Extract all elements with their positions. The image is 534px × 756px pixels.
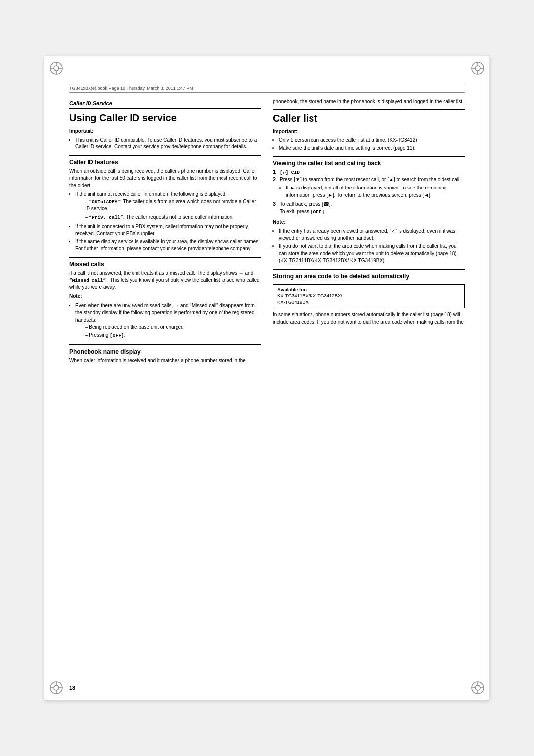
svg-point-1 — [54, 66, 59, 71]
step3-content: To call back, press [☎]. To exit, press … — [280, 201, 465, 215]
bullet3: If the name display service is available… — [75, 238, 261, 253]
important-list-right: Only 1 person can access the caller list… — [279, 137, 465, 153]
svg-point-19 — [475, 685, 480, 690]
missed-calls-heading: Missed calls — [69, 261, 261, 268]
step2-content: Press [▼] to search from the most recent… — [280, 176, 465, 201]
important-label-left: Important: — [69, 128, 261, 135]
dash1: “OUTofAREA”: The caller dials from an ar… — [85, 198, 261, 213]
caller-id-features-heading: Caller ID features — [69, 159, 261, 166]
caller-id-bullets: If the unit cannot receive caller inform… — [75, 191, 261, 254]
missed-calls-body: If a call is not answered, the unit trea… — [69, 270, 261, 291]
phonebook-body: When caller information is received and … — [69, 357, 261, 365]
important-right-item1: Only 1 person can access the caller list… — [279, 137, 465, 144]
caller-id-features-body: When an outside call is being received, … — [69, 168, 261, 189]
storing-body: In some situations, phone numbers stored… — [273, 311, 465, 326]
step3-num: 3 — [273, 201, 280, 215]
header-text: TG341xBX(e).book Page 18 Thursday, March… — [69, 85, 193, 92]
important-right-item2: Make sure the unit's date and time setti… — [279, 145, 465, 152]
note-bullets-right: If the entry has already been viewed or … — [279, 228, 465, 266]
step2-row: 2 Press [▼] to search from the most rece… — [273, 176, 465, 201]
content-area: Caller ID Service Using Caller ID servic… — [69, 98, 465, 670]
note-dash2: Pressing [OFF]. — [85, 332, 261, 339]
step1-row: 1 [↵] CID — [273, 169, 465, 176]
dash-list: “OUTofAREA”: The caller dials from an ar… — [85, 198, 261, 221]
corner-bl — [49, 681, 63, 695]
step2-bullet1: If ► is displayed, not all of the inform… — [286, 185, 465, 199]
note-bullets-missed: Even when there are unviewed missed call… — [75, 302, 261, 341]
svg-point-13 — [54, 685, 59, 690]
phonebook-heading: Phonebook name display — [69, 348, 261, 355]
note-label-right: Note: — [273, 219, 465, 226]
dash2: “Priv. call”: The caller requests not to… — [85, 214, 261, 221]
step1-content: [↵] CID — [280, 169, 465, 176]
bullet2: If the unit is connected to a PBX system… — [75, 223, 261, 237]
step1-num: 1 — [273, 169, 280, 176]
viewing-heading: Viewing the caller list and calling back — [273, 160, 465, 167]
note-right-item2: If you do not want to dial the area code… — [279, 243, 465, 265]
note-right-item1: If the entry has already been viewed or … — [279, 228, 465, 242]
note-dash1: Being replaced on the base unit or charg… — [85, 324, 261, 331]
caller-list-heading: Caller list — [273, 113, 465, 124]
main-heading: Using Caller ID service — [69, 112, 261, 124]
bullet1: If the unit cannot receive caller inform… — [75, 191, 261, 221]
available-box: Available for: KX-TG3411BX/KX-TG3412BX/ … — [273, 284, 465, 309]
corner-br — [471, 681, 485, 695]
header-bar: TG341xBX(e).book Page 18 Thursday, March… — [69, 84, 465, 93]
steps-table: 1 [↵] CID 2 Press [▼] to search from the… — [273, 169, 465, 216]
storing-heading: Storing an area code to be deleted autom… — [273, 273, 465, 280]
important-label-right: Important: — [273, 128, 465, 136]
right-column: phonebook, the stored name in the phoneb… — [273, 98, 465, 670]
step3-row: 3 To call back, press [☎]. To exit, pres… — [273, 201, 465, 215]
svg-point-7 — [475, 66, 480, 71]
phonebook-cont: phonebook, the stored name in the phoneb… — [273, 98, 465, 106]
important-item: This unit is Caller ID compatible. To us… — [75, 137, 261, 151]
available-models: KX-TG3411BX/KX-TG3412BX/ KX-TG3419BX — [277, 292, 460, 306]
important-list-left: This unit is Caller ID compatible. To us… — [75, 137, 261, 152]
note-label-missed: Note: — [69, 293, 261, 300]
section-label: Caller ID Service — [69, 98, 261, 112]
available-label: Available for: — [277, 287, 460, 292]
page: TG341xBX(e).book Page 18 Thursday, March… — [44, 56, 490, 700]
note-bullet1: Even when there are unviewed missed call… — [75, 302, 261, 339]
left-column: Caller ID Service Using Caller ID servic… — [69, 98, 261, 670]
page-number: 18 — [69, 685, 75, 691]
step2-bullets: If ► is displayed, not all of the inform… — [286, 185, 465, 199]
corner-tl — [49, 61, 63, 75]
corner-tr — [471, 61, 485, 75]
note-dash-list: Being replaced on the base unit or charg… — [85, 324, 261, 339]
